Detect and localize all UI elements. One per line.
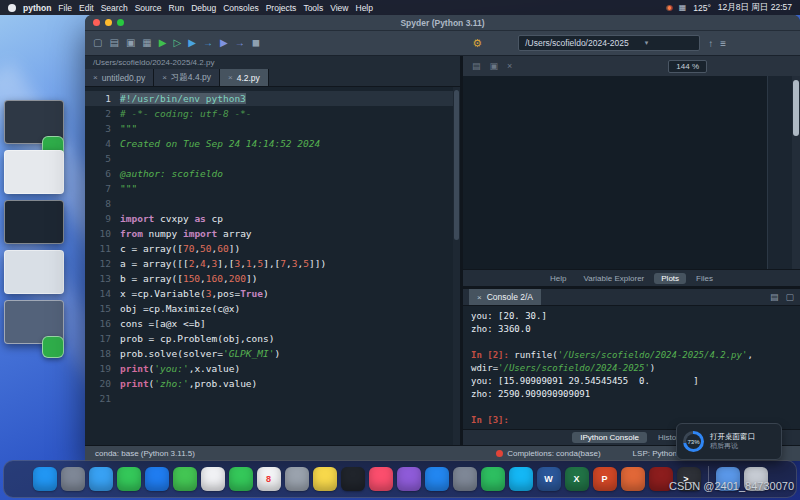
menu-item-view[interactable]: View — [330, 3, 348, 13]
step-button[interactable]: → — [235, 38, 245, 48]
plots-scrollbar[interactable] — [792, 76, 800, 269]
dock-icon-safari[interactable] — [89, 467, 113, 491]
code-line[interactable]: 7""" — [85, 181, 460, 196]
preferences-wrench-icon[interactable]: ⚙ — [472, 37, 482, 50]
dock-icon-messages[interactable] — [117, 467, 141, 491]
editor-tab-习题4.4.py[interactable]: ×习题4.4.py — [154, 69, 220, 86]
menu-item-consoles[interactable]: Consoles — [223, 3, 258, 13]
open-file-button[interactable]: ▤ — [109, 38, 118, 48]
menu-item-file[interactable]: File — [58, 3, 72, 13]
plots-scrollbar-thumb[interactable] — [793, 80, 799, 136]
menu-item-search[interactable]: Search — [101, 3, 128, 13]
code-line[interactable]: 20print('zho:',prob.value) — [85, 376, 460, 391]
plots-options-button[interactable]: ▤ — [472, 61, 481, 71]
code-line[interactable]: 5 — [85, 151, 460, 166]
debug-button[interactable]: ▶ — [220, 38, 228, 48]
dock-icon-powerpoint[interactable]: P — [593, 467, 617, 491]
close-tab-icon[interactable]: × — [93, 73, 98, 82]
window-titlebar[interactable]: Spyder (Python 3.11) — [85, 15, 800, 31]
pane-tab-help[interactable]: Help — [543, 273, 573, 284]
code-line[interactable]: 6@author: scofieldo — [85, 166, 460, 181]
code-line[interactable]: 1#!/usr/bin/env python3 — [85, 91, 460, 106]
working-directory-select[interactable]: /Users/scofieldo/2024-2025 ▾ — [518, 35, 700, 51]
dock-icon-qq[interactable] — [509, 467, 533, 491]
dock-icon-excel[interactable]: X — [565, 467, 589, 491]
dock-icon-appstore[interactable] — [425, 467, 449, 491]
dock-icon-word[interactable]: W — [537, 467, 561, 491]
dock-icon-maps[interactable] — [173, 467, 197, 491]
editor-scrollbar[interactable] — [453, 87, 460, 445]
code-line[interactable]: 15obj =cp.Maximize(c@x) — [85, 301, 460, 316]
code-line[interactable]: 3""" — [85, 121, 460, 136]
new-file-button[interactable]: ▢ — [93, 38, 102, 48]
app-menu-name[interactable]: python — [23, 3, 51, 13]
pane-tab-plots[interactable]: Plots — [654, 273, 686, 284]
dock-icon-calendar[interactable]: 8 — [257, 467, 281, 491]
tab-ipython-console[interactable]: IPython Console — [572, 432, 647, 443]
editor-tab-4.2.py[interactable]: ×4.2.py — [220, 69, 269, 86]
close-tab-icon[interactable]: × — [162, 73, 167, 82]
menu-item-tools[interactable]: Tools — [303, 3, 323, 13]
save-all-button[interactable]: ▦ — [142, 38, 151, 48]
notification-secondary-action[interactable]: 稍后再说 — [710, 442, 755, 451]
parent-directory-button[interactable]: ↑ — [708, 38, 713, 49]
code-line[interactable]: 11c = array([70,50,60]) — [85, 241, 460, 256]
close-console-icon[interactable]: × — [477, 293, 482, 302]
dock-icon-launchpad[interactable] — [61, 467, 85, 491]
code-line[interactable]: 8 — [85, 196, 460, 211]
menu-clock[interactable]: 12月8日 周日 22:57 — [718, 2, 792, 14]
apple-menu-icon[interactable] — [8, 4, 16, 12]
dock-icon-finder[interactable] — [33, 467, 57, 491]
window-thumbnail[interactable] — [4, 250, 64, 294]
plots-thumbnail-column[interactable] — [768, 76, 792, 269]
console-environment-button[interactable]: ▢ — [785, 292, 794, 302]
run-cell-advance-button[interactable]: ▶ — [188, 38, 196, 48]
dock-icon-podcasts[interactable] — [397, 467, 421, 491]
notification-primary-action[interactable]: 打开桌面窗口 — [710, 432, 755, 441]
code-line[interactable]: 16cons =[a@x <=b] — [85, 316, 460, 331]
menu-item-debug[interactable]: Debug — [191, 3, 216, 13]
run-button[interactable]: ▶ — [159, 38, 167, 48]
code-line[interactable]: 10from numpy import array — [85, 226, 460, 241]
display-icon[interactable]: ▦ — [679, 3, 687, 12]
app-badge-icon[interactable] — [42, 336, 64, 358]
pane-tab-files[interactable]: Files — [689, 273, 720, 284]
save-button[interactable]: ▣ — [126, 38, 135, 48]
dock-icon-notes[interactable] — [313, 467, 337, 491]
window-thumbnail[interactable] — [4, 150, 64, 194]
dock-icon-wechat[interactable] — [481, 467, 505, 491]
dock-icon-photos[interactable] — [201, 467, 225, 491]
code-line[interactable]: 4Created on Tue Sep 24 14:14:52 2024 — [85, 136, 460, 151]
dock-icon-contacts[interactable] — [285, 467, 309, 491]
code-line[interactable]: 18prob.solve(solver='GLPK_MI') — [85, 346, 460, 361]
code-line[interactable]: 19print('you:',x.value) — [85, 361, 460, 376]
pane-tab-variable-explorer[interactable]: Variable Explorer — [576, 273, 651, 284]
editor-tab-untitled0.py[interactable]: ×untitled0.py — [85, 69, 154, 86]
code-editor[interactable]: 1#!/usr/bin/env python32# -*- coding: ut… — [85, 87, 460, 445]
dock-icon-matlab[interactable] — [621, 467, 645, 491]
toolbar-options-button[interactable]: ≡ — [720, 38, 726, 49]
dock-icon-mail[interactable] — [145, 467, 169, 491]
code-line[interactable]: 12a = array([[2,4,3],[3,1,5],[7,3,5]]) — [85, 256, 460, 271]
code-line[interactable]: 13b = array([150,160,200]) — [85, 271, 460, 286]
code-line[interactable]: 9import cvxpy as cp — [85, 211, 460, 226]
plots-zoom-control[interactable]: 144 % — [668, 60, 707, 73]
code-line[interactable]: 17prob = cp.Problem(obj,cons) — [85, 331, 460, 346]
code-line[interactable]: 14x =cp.Variable(3,pos=True) — [85, 286, 460, 301]
console-tab[interactable]: × Console 2/A — [469, 289, 541, 305]
code-line[interactable]: 2# -*- coding: utf-8 -*- — [85, 106, 460, 121]
close-tab-icon[interactable]: × — [228, 73, 233, 82]
console-options-button[interactable]: ▤ — [770, 292, 779, 302]
run-cell-button[interactable]: ▷ — [174, 38, 182, 48]
ipython-console[interactable]: you: [20. 30.]zho: 3360.0 In [2]: runfil… — [463, 306, 800, 429]
menu-item-edit[interactable]: Edit — [79, 3, 94, 13]
editor-scrollbar-thumb[interactable] — [454, 90, 459, 240]
dock-icon-settings[interactable] — [453, 467, 477, 491]
menu-item-source[interactable]: Source — [135, 3, 162, 13]
stop-button[interactable]: ◼ — [252, 38, 260, 48]
save-plot-button[interactable]: ▣ — [490, 61, 499, 71]
dock-icon-music[interactable] — [369, 467, 393, 491]
menu-item-projects[interactable]: Projects — [266, 3, 297, 13]
run-selection-button[interactable]: → — [203, 38, 213, 48]
dock-icon-facetime[interactable] — [229, 467, 253, 491]
